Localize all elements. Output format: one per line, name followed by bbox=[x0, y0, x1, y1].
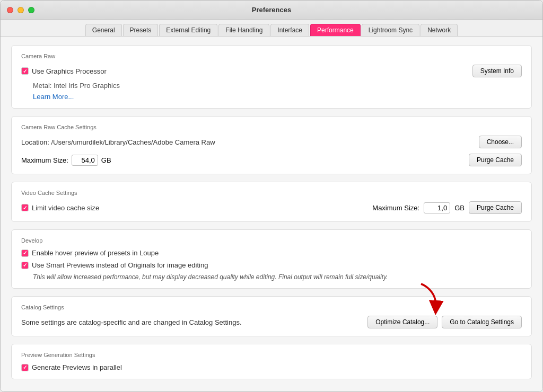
camera-raw-cache-section: Camera Raw Cache Settings Location: /Use… bbox=[11, 116, 532, 174]
location-label: Location: bbox=[21, 138, 49, 146]
generate-previews-checkbox[interactable] bbox=[21, 364, 29, 371]
location-row: Location: /Users/umurdilek/Library/Cache… bbox=[21, 136, 522, 148]
content-area: Camera Raw Use Graphics Processor System… bbox=[1, 37, 542, 391]
catalog-settings-section: Catalog Settings Some settings are catal… bbox=[11, 296, 532, 336]
maximize-button[interactable] bbox=[28, 7, 34, 13]
smart-previews-checkbox[interactable] bbox=[21, 262, 29, 269]
max-size-input[interactable] bbox=[72, 155, 98, 166]
max-size-row: Maximum Size: GB Purge Cache bbox=[21, 154, 522, 166]
close-button[interactable] bbox=[7, 7, 13, 13]
title-bar: Preferences bbox=[1, 1, 542, 20]
preferences-window: Preferences General Presets External Edi… bbox=[0, 0, 543, 392]
tab-file-handling[interactable]: File Handling bbox=[218, 24, 269, 36]
generate-previews-label: Generate Previews in parallel bbox=[21, 363, 522, 371]
catalog-buttons: Optimize Catalog... Go to Catalog Settin… bbox=[367, 316, 522, 328]
size-left: Maximum Size: GB bbox=[21, 155, 111, 166]
tab-external-editing[interactable]: External Editing bbox=[159, 24, 217, 36]
location-path: /Users/umurdilek/Library/Caches/Adobe Ca… bbox=[51, 138, 215, 146]
camera-raw-title: Camera Raw bbox=[21, 53, 522, 59]
video-cache-title: Video Cache Settings bbox=[21, 190, 522, 196]
hover-preview-row: Enable hover preview of presets in Loupe bbox=[21, 249, 522, 257]
tab-bar: General Presets External Editing File Ha… bbox=[1, 20, 542, 37]
develop-title: Develop bbox=[21, 237, 522, 244]
video-cache-section: Video Cache Settings Limit video cache s… bbox=[11, 182, 532, 222]
limit-video-checkbox[interactable] bbox=[21, 204, 29, 211]
preview-generation-section: Preview Generation Settings Generate Pre… bbox=[11, 344, 532, 379]
tab-network[interactable]: Network bbox=[421, 24, 458, 36]
video-max-size-unit: GB bbox=[454, 204, 465, 212]
smart-previews-row: Use Smart Previews instead of Originals … bbox=[21, 261, 522, 269]
generate-previews-text: Generate Previews in parallel bbox=[32, 363, 122, 371]
max-size-label: Maximum Size: bbox=[21, 156, 68, 164]
catalog-settings-title: Catalog Settings bbox=[21, 304, 522, 310]
location-text: Location: /Users/umurdilek/Library/Cache… bbox=[21, 138, 215, 146]
hover-preview-label: Enable hover preview of presets in Loupe bbox=[21, 249, 522, 257]
max-size-unit: GB bbox=[101, 156, 111, 164]
more-tips-link[interactable]: More Performance Tips... bbox=[11, 391, 89, 391]
video-right: Maximum Size: GB Purge Cache bbox=[372, 201, 522, 214]
minimize-button[interactable] bbox=[17, 7, 24, 13]
purge-cache-button-raw[interactable]: Purge Cache bbox=[469, 154, 522, 166]
generate-previews-row: Generate Previews in parallel bbox=[21, 363, 522, 371]
learn-more-link[interactable]: Learn More... bbox=[33, 93, 522, 101]
goto-catalog-button[interactable]: Go to Catalog Settings bbox=[442, 316, 522, 328]
tab-general[interactable]: General bbox=[85, 24, 122, 36]
catalog-description: Some settings are catalog-specific and a… bbox=[21, 318, 242, 326]
optimize-catalog-button[interactable]: Optimize Catalog... bbox=[367, 316, 437, 328]
system-info-button[interactable]: System Info bbox=[472, 65, 522, 77]
catalog-row: Some settings are catalog-specific and a… bbox=[21, 316, 522, 328]
smart-previews-label: Use Smart Previews instead of Originals … bbox=[21, 261, 522, 269]
tab-performance[interactable]: Performance bbox=[310, 24, 361, 36]
video-max-size-label: Maximum Size: bbox=[372, 204, 419, 212]
window-title: Preferences bbox=[252, 6, 291, 14]
video-left: Limit video cache size bbox=[21, 204, 99, 212]
develop-section: Develop Enable hover preview of presets … bbox=[11, 229, 532, 289]
purge-cache-video-button[interactable]: Purge Cache bbox=[469, 201, 522, 214]
camera-raw-section: Camera Raw Use Graphics Processor System… bbox=[11, 45, 532, 109]
preview-generation-title: Preview Generation Settings bbox=[21, 352, 522, 358]
hover-preview-checkbox[interactable] bbox=[21, 250, 29, 257]
choose-button[interactable]: Choose... bbox=[479, 136, 522, 148]
video-max-size-input[interactable] bbox=[424, 202, 450, 213]
tab-interface[interactable]: Interface bbox=[270, 24, 309, 36]
tab-lightroom-sync[interactable]: Lightroom Sync bbox=[362, 24, 419, 36]
use-graphics-checkbox[interactable] bbox=[21, 67, 29, 75]
develop-note: This will allow increased performance, b… bbox=[33, 273, 522, 281]
tab-presets[interactable]: Presets bbox=[123, 24, 159, 36]
limit-video-label: Limit video cache size bbox=[32, 204, 99, 212]
traffic-lights bbox=[7, 7, 34, 13]
hover-preview-text: Enable hover preview of presets in Loupe bbox=[32, 249, 159, 257]
camera-raw-cache-title: Camera Raw Cache Settings bbox=[21, 124, 522, 130]
use-graphics-row: Use Graphics Processor System Info bbox=[21, 65, 522, 77]
use-graphics-label: Use Graphics Processor bbox=[21, 67, 472, 75]
video-inner: Limit video cache size Maximum Size: GB … bbox=[21, 201, 522, 214]
use-graphics-text: Use Graphics Processor bbox=[32, 67, 107, 75]
graphics-info: Metal: Intel Iris Pro Graphics bbox=[33, 82, 522, 90]
smart-previews-text: Use Smart Previews instead of Originals … bbox=[32, 261, 208, 269]
